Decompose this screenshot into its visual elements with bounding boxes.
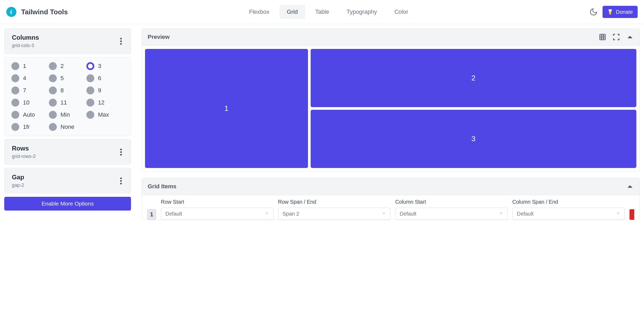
nav-color[interactable]: Color <box>387 5 416 19</box>
cup-icon <box>607 8 613 15</box>
field-column-start: Column Start Default <box>395 199 508 220</box>
preview-panel: Preview <box>142 28 640 171</box>
logo-icon[interactable] <box>6 7 16 17</box>
columns-title: Columns <box>12 34 39 41</box>
preview-title: Preview <box>148 34 170 40</box>
grid-items-title: Grid Items <box>148 183 176 190</box>
more-vertical-icon[interactable] <box>119 147 123 157</box>
radio-circle <box>86 86 94 94</box>
grid-cell: 3 <box>311 110 636 168</box>
radio-option[interactable]: 9 <box>86 86 124 94</box>
more-vertical-icon[interactable] <box>119 176 123 186</box>
main-content: Columns grid-cols-3 123456789101112AutoM… <box>0 24 644 224</box>
nav-typography[interactable]: Typography <box>339 5 384 19</box>
radio-circle <box>49 62 57 70</box>
radio-label: 4 <box>23 75 26 82</box>
radio-option[interactable]: Max <box>86 111 124 119</box>
radio-option[interactable]: 1 <box>11 62 49 70</box>
brand-name: Tailwind Tools <box>21 8 68 16</box>
nav-flexbox[interactable]: Flexbox <box>242 5 277 19</box>
select-column-span[interactable]: Default <box>512 208 625 220</box>
radio-label: 8 <box>60 87 64 94</box>
radio-option[interactable]: 8 <box>49 86 86 94</box>
radio-option[interactable]: 11 <box>49 99 86 107</box>
radio-circle <box>86 99 94 107</box>
radio-circle <box>11 111 19 119</box>
radio-option[interactable]: 10 <box>11 99 49 107</box>
radio-option[interactable]: 6 <box>86 74 124 82</box>
radio-label: Min <box>60 111 70 118</box>
select-value: Default <box>165 211 182 217</box>
columns-panel-header: Columns grid-cols-3 <box>4 28 131 54</box>
nav-grid[interactable]: Grid <box>279 5 305 19</box>
radio-label: 9 <box>98 87 101 94</box>
field-label: Row Span / End <box>278 199 391 205</box>
radio-circle <box>86 74 94 82</box>
more-vertical-icon[interactable] <box>119 36 123 46</box>
radio-option[interactable]: 1fr <box>11 123 49 131</box>
radio-option[interactable]: 5 <box>49 74 86 82</box>
radio-circle <box>11 86 19 94</box>
rows-subtitle: grid-rows-2 <box>12 154 36 159</box>
field-label: Row Start <box>161 199 273 205</box>
select-row-span[interactable]: Span 2 <box>278 208 391 220</box>
rows-panel[interactable]: Rows grid-rows-2 <box>4 139 131 165</box>
radio-circle <box>11 74 19 82</box>
radio-circle <box>11 123 19 131</box>
radio-circle <box>49 123 57 131</box>
radio-circle <box>86 111 94 119</box>
chevron-up-icon[interactable] <box>626 183 634 190</box>
gap-title: Gap <box>12 174 24 181</box>
field-row-span: Row Span / End Span 2 <box>278 199 391 220</box>
chevron-down-icon <box>265 211 269 216</box>
fullscreen-icon[interactable] <box>613 33 620 41</box>
rows-title: Rows <box>12 145 36 152</box>
grid-cell: 2 <box>311 49 636 107</box>
radio-option[interactable]: 2 <box>49 62 86 70</box>
nav-table[interactable]: Table <box>308 5 337 19</box>
radio-option[interactable]: 12 <box>86 99 124 107</box>
main-nav: Flexbox Grid Table Typography Color <box>242 5 416 19</box>
radio-label: 10 <box>23 99 29 106</box>
grid-icon[interactable] <box>599 33 606 41</box>
radio-label: 1fr <box>23 124 30 130</box>
radio-circle <box>11 62 19 70</box>
enable-more-button[interactable]: Enable More Options <box>4 197 131 211</box>
radio-option[interactable]: Auto <box>11 111 49 119</box>
radio-option[interactable]: Min <box>49 111 86 119</box>
radio-option[interactable]: None <box>49 123 86 131</box>
radio-label: 5 <box>60 75 64 82</box>
grid-items-panel: Grid Items 1 Row Start Default <box>142 178 640 220</box>
svg-rect-0 <box>600 34 605 40</box>
moon-icon[interactable] <box>589 8 598 16</box>
gap-subtitle: gap-2 <box>12 183 24 188</box>
radio-option[interactable]: 7 <box>11 86 49 94</box>
content-area: Preview <box>142 28 640 220</box>
field-label: Column Span / End <box>512 199 625 205</box>
radio-circle <box>49 86 57 94</box>
gap-panel[interactable]: Gap gap-2 <box>4 168 131 194</box>
chevron-up-icon[interactable] <box>626 33 634 41</box>
select-value: Default <box>517 211 534 217</box>
radio-label: 12 <box>98 99 104 106</box>
radio-label: 2 <box>60 63 64 70</box>
donate-button[interactable]: Donate <box>603 6 638 18</box>
sidebar: Columns grid-cols-3 123456789101112AutoM… <box>4 28 131 220</box>
columns-subtitle: grid-cols-3 <box>12 43 39 48</box>
select-column-start[interactable]: Default <box>395 208 508 220</box>
app-header: Tailwind Tools Flexbox Grid Table Typogr… <box>0 0 644 24</box>
radio-option[interactable]: 3 <box>86 62 124 70</box>
header-left: Tailwind Tools <box>6 7 68 17</box>
chevron-down-icon <box>382 211 386 216</box>
grid-items-body: 1 Row Start Default Row Span / End <box>142 195 640 220</box>
field-label: Column Start <box>395 199 508 205</box>
radio-circle <box>49 111 57 119</box>
radio-circle <box>86 62 94 70</box>
radio-circle <box>49 74 57 82</box>
radio-option[interactable]: 4 <box>11 74 49 82</box>
radio-circle <box>49 99 57 107</box>
preview-body: 1 2 3 <box>142 46 640 171</box>
delete-button[interactable] <box>629 209 634 220</box>
radio-label: 6 <box>98 75 101 82</box>
select-row-start[interactable]: Default <box>161 208 273 220</box>
